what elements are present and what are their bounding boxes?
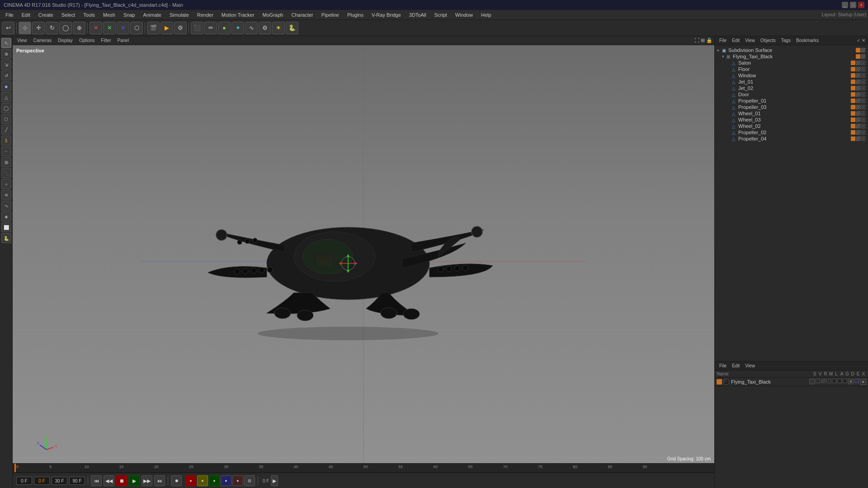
- menu-tools[interactable]: Tools: [80, 11, 99, 19]
- cube-tool[interactable]: ⬛: [191, 22, 203, 34]
- tool-scale[interactable]: ⇲: [1, 60, 11, 70]
- record-yellow-button[interactable]: ●: [197, 475, 208, 486]
- start-frame-input[interactable]: 0 F: [16, 477, 32, 485]
- menu-animate[interactable]: Animate: [140, 11, 165, 19]
- menu-plugins[interactable]: Plugins: [344, 11, 367, 19]
- tool-4[interactable]: ■: [1, 81, 11, 91]
- menu-mograph[interactable]: MoGraph: [259, 11, 287, 19]
- step-forward-button[interactable]: ▶▶: [142, 475, 152, 486]
- menu-motion-tracker[interactable]: Motion Tracker: [218, 11, 258, 19]
- tool-12[interactable]: ⋱: [1, 168, 11, 178]
- viewport[interactable]: Perspective Grid Spacing: 100 cm Y X Z: [13, 45, 714, 463]
- mm-file-btn[interactable]: File: [717, 363, 728, 369]
- tool-15[interactable]: ∿: [1, 201, 11, 211]
- menu-3dtoall[interactable]: 3DToAll: [406, 11, 430, 19]
- deformer-tool[interactable]: ⚙: [259, 22, 271, 34]
- tree-item-flying-taxi[interactable]: ▾ ⊞ Flying_Taxi_Black: [717, 53, 866, 60]
- tool-16[interactable]: ◈: [1, 211, 11, 221]
- mm-view-btn[interactable]: View: [743, 363, 757, 369]
- menu-window[interactable]: Window: [452, 11, 476, 19]
- tool-11[interactable]: ⊞: [1, 157, 11, 167]
- vp-menu-options[interactable]: Options: [76, 38, 97, 43]
- scale-tool[interactable]: ✛: [32, 22, 45, 34]
- jump-start-button[interactable]: ⏮: [91, 475, 102, 486]
- menu-select[interactable]: Select: [58, 11, 79, 19]
- minimize-button[interactable]: _: [842, 2, 848, 8]
- menu-edit[interactable]: Edit: [18, 11, 34, 19]
- tool-10[interactable]: ~: [1, 146, 11, 156]
- tree-item-wheel02[interactable]: △ Wheel_02 ✕: [717, 123, 866, 129]
- mat-row-flying-taxi[interactable]: Flying_Taxi_Black ✕ ≡ ≡: [715, 378, 868, 386]
- world-mode[interactable]: ⬡: [130, 22, 143, 34]
- green-sphere[interactable]: ●: [218, 22, 231, 34]
- tool-9[interactable]: $: [1, 136, 11, 145]
- om-bookmarks-btn[interactable]: Bookmarks: [794, 38, 821, 43]
- step-back-button[interactable]: ◀◀: [104, 475, 114, 486]
- end-frame-input[interactable]: 90 F: [69, 477, 85, 485]
- om-file-btn[interactable]: File: [717, 38, 728, 43]
- object-tool[interactable]: ⊕: [73, 22, 85, 34]
- z-axis[interactable]: ✕: [117, 22, 129, 34]
- maximize-button[interactable]: □: [850, 2, 856, 8]
- menu-snap[interactable]: Snap: [120, 11, 139, 19]
- tree-item-wheel01[interactable]: △ Wheel_01 ✕: [717, 110, 866, 117]
- record-dot-button[interactable]: ●: [232, 475, 243, 486]
- render-settings[interactable]: ⚙: [174, 22, 187, 34]
- menu-file[interactable]: File: [2, 11, 17, 19]
- menu-character[interactable]: Character: [288, 11, 316, 19]
- lock-view-icon[interactable]: 🔒: [706, 38, 712, 43]
- particle-tool[interactable]: ✦: [231, 22, 244, 34]
- record-small-button[interactable]: ●: [221, 475, 231, 486]
- menu-vray[interactable]: V-Ray Bridge: [368, 11, 405, 19]
- x-axis[interactable]: ✕: [90, 22, 102, 34]
- maximize-view-icon[interactable]: ⛶: [694, 38, 699, 43]
- tree-item-jet02[interactable]: △ Jet_02 ✕: [717, 85, 866, 91]
- tool-move[interactable]: ⊕: [1, 49, 11, 59]
- tool-8[interactable]: ╱: [1, 125, 11, 135]
- render-btn[interactable]: ▶: [160, 22, 173, 34]
- mm-edit-btn[interactable]: Edit: [730, 363, 741, 369]
- tool-scene[interactable]: ⬜: [1, 222, 11, 232]
- menu-create[interactable]: Create: [35, 11, 57, 19]
- om-tags-btn[interactable]: Tags: [779, 38, 793, 43]
- tool-6[interactable]: ◯: [1, 103, 11, 113]
- menu-render[interactable]: Render: [193, 11, 217, 19]
- vp-menu-view[interactable]: View: [14, 38, 30, 43]
- record-button[interactable]: ⏺: [171, 475, 182, 486]
- frame-rate-input[interactable]: [52, 477, 67, 485]
- menu-help[interactable]: Help: [477, 11, 495, 19]
- om-edit-btn[interactable]: Edit: [730, 38, 741, 43]
- tool-7[interactable]: ⬡: [1, 114, 11, 124]
- timeline-ruler[interactable]: 0 5 10 15 20 25 30 35 40 45 50 55 60 65: [13, 464, 714, 473]
- record-green-button[interactable]: ●: [209, 475, 220, 486]
- menu-simulate[interactable]: Simulate: [166, 11, 193, 19]
- current-frame-display[interactable]: [34, 477, 50, 485]
- y-axis[interactable]: ✕: [103, 22, 116, 34]
- rotate-tool[interactable]: ↻: [46, 22, 58, 34]
- tool-5[interactable]: △: [1, 92, 11, 102]
- vp-menu-cameras[interactable]: Cameras: [31, 38, 55, 43]
- tool-select[interactable]: ↖: [1, 38, 11, 48]
- record-grid-button[interactable]: ⊞: [244, 475, 255, 486]
- transform-tool[interactable]: ◯: [59, 22, 72, 34]
- undo-button[interactable]: ↩: [2, 22, 14, 34]
- tree-item-floor[interactable]: △ Floor ✕: [717, 66, 866, 72]
- script-tool[interactable]: 🐍: [286, 22, 298, 34]
- tree-item-prop03[interactable]: △ Propeller_03 ✕: [717, 104, 866, 110]
- tool-rotate[interactable]: ↺: [1, 70, 11, 80]
- tree-item-salon[interactable]: △ Salon ✕: [717, 60, 866, 66]
- vp-menu-filter[interactable]: Filter: [98, 38, 113, 43]
- vp-menu-display[interactable]: Display: [55, 38, 75, 43]
- menu-pipeline[interactable]: Pipeline: [318, 11, 343, 19]
- tree-item-subdivision[interactable]: ▸ ▣ Subdivision Surface: [717, 47, 866, 53]
- tree-item-window[interactable]: △ Window ✕: [717, 72, 866, 79]
- frame-next-button[interactable]: ▶: [271, 475, 278, 486]
- jump-end-button[interactable]: ⏭: [154, 475, 165, 486]
- tool-python[interactable]: 🐍: [1, 233, 11, 243]
- paint-tool[interactable]: ✏: [204, 22, 217, 34]
- move-tool[interactable]: ⊹: [19, 22, 31, 34]
- grid-view-icon[interactable]: ⊞: [701, 38, 705, 43]
- om-objects-btn[interactable]: Objects: [759, 38, 778, 43]
- play-button[interactable]: ▶: [129, 475, 140, 486]
- spline-tool[interactable]: ∿: [245, 22, 258, 34]
